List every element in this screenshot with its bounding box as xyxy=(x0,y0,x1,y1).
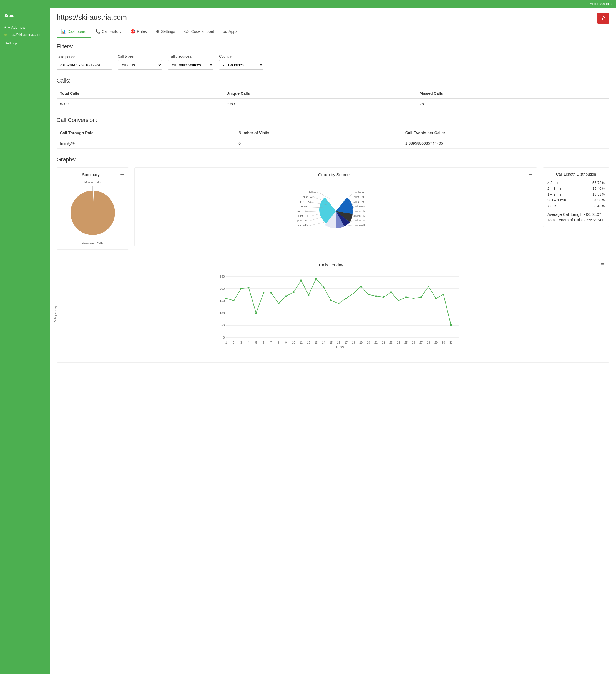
svg-point-48 xyxy=(375,295,377,297)
site-url: https://ski-austria.com xyxy=(57,13,127,22)
apps-icon: ☁ xyxy=(223,29,227,34)
date-period-group: Date period: xyxy=(57,55,112,70)
tab-code-snippet[interactable]: </> Code snippet xyxy=(179,26,218,38)
country-select[interactable]: All Countries Austria Germany xyxy=(219,60,264,70)
rules-icon: 🎯 xyxy=(131,29,135,34)
tab-call-history[interactable]: 📞 Call History xyxy=(91,26,126,38)
svg-text:Days: Days xyxy=(336,345,344,349)
unique-calls-value: 3083 xyxy=(223,99,417,109)
calls-col-unique: Unique Calls xyxy=(223,88,417,99)
group-source-card: Group by Source ☰ xyxy=(134,167,537,246)
lbl-print-ku3: print – Ku xyxy=(354,196,365,198)
svg-text:2: 2 xyxy=(233,341,235,344)
svg-point-28 xyxy=(225,298,227,299)
main-header: https://ski-austria.com 🗑 xyxy=(50,7,616,24)
svg-text:25: 25 xyxy=(405,341,408,344)
svg-text:10: 10 xyxy=(292,341,295,344)
calls-per-day-card: Calls per day ☰ Calls per day xyxy=(57,257,609,362)
svg-point-38 xyxy=(300,279,302,281)
calls-per-day-menu-icon[interactable]: ☰ xyxy=(601,262,605,267)
date-period-input[interactable] xyxy=(57,61,112,70)
calls-per-day-title-row: Calls per day ☰ xyxy=(61,262,605,267)
svg-text:23: 23 xyxy=(390,341,393,344)
svg-point-53 xyxy=(413,298,415,299)
conv-col-visits: Number of Visits xyxy=(235,128,402,138)
filters-title: Filters: xyxy=(57,43,609,50)
svg-text:15: 15 xyxy=(329,341,333,344)
country-group: Country: All Countries Austria Germany xyxy=(219,54,264,70)
svg-point-47 xyxy=(368,294,369,295)
svg-text:5: 5 xyxy=(256,341,257,344)
svg-text:13: 13 xyxy=(315,341,318,344)
tab-settings[interactable]: ⚙ Settings xyxy=(151,26,180,38)
ctr-value: Infinity% xyxy=(57,138,235,149)
group-source-menu-icon[interactable]: ☰ xyxy=(528,172,532,177)
svg-text:1: 1 xyxy=(225,341,227,344)
svg-point-39 xyxy=(308,294,310,296)
filters-row: Date period: Call types: All Calls Answe… xyxy=(57,54,609,70)
active-site-link[interactable]: https://ski-austria.com xyxy=(0,31,50,38)
missed-calls-label: Missed calls xyxy=(85,181,101,184)
sidebar: Sites + + Add new https://ski-austria.co… xyxy=(0,7,50,674)
tab-dashboard[interactable]: 📊 Dashboard xyxy=(57,26,91,38)
graphs-section: Graphs: Summary ☰ Missed calls xyxy=(57,156,609,362)
add-new-button[interactable]: + + Add new xyxy=(0,24,50,31)
lbl-online-n1: online – N xyxy=(354,210,365,213)
svg-point-52 xyxy=(405,297,407,298)
svg-text:100: 100 xyxy=(219,312,224,315)
call-types-group: Call types: All Calls Answered Missed xyxy=(118,54,162,70)
total-call-length: Total Length of Calls - 356:27:41 xyxy=(548,218,605,222)
svg-text:28: 28 xyxy=(427,341,430,344)
svg-point-32 xyxy=(256,312,257,314)
calls-row: 5209 3083 28 xyxy=(57,99,609,109)
conv-col-ctr: Call Through Rate xyxy=(57,128,235,138)
country-label: Country: xyxy=(219,54,264,59)
group-source-chart: Fallback print – AR print – Ku print – K… xyxy=(139,181,532,242)
top-bar: Anton Shubin xyxy=(0,0,616,7)
svg-point-37 xyxy=(293,292,295,293)
call-types-select[interactable]: All Calls Answered Missed xyxy=(118,60,162,70)
svg-text:31: 31 xyxy=(449,341,453,344)
calls-section: Calls: Total Calls Unique Calls Missed C… xyxy=(57,78,609,109)
svg-text:21: 21 xyxy=(374,341,378,344)
lbl-print-kr2: print – Kr xyxy=(354,191,364,194)
delete-button[interactable]: 🗑 xyxy=(597,13,609,24)
svg-line-7 xyxy=(309,222,324,226)
line-chart-path xyxy=(226,278,451,325)
svg-text:26: 26 xyxy=(412,341,415,344)
svg-point-57 xyxy=(443,294,444,295)
svg-text:11: 11 xyxy=(300,341,303,344)
call-length-title-row: Call Length Distribution xyxy=(548,172,605,177)
lbl-print-ha: print – Ha xyxy=(297,219,308,222)
visits-value: 0 xyxy=(235,138,402,149)
tab-apps[interactable]: ☁ Apps xyxy=(218,26,242,38)
call-types-label: Call types: xyxy=(118,54,162,59)
length-row-5: < 30s 5.43% xyxy=(548,203,605,209)
svg-point-50 xyxy=(390,292,392,293)
svg-text:19: 19 xyxy=(359,341,363,344)
tab-rules[interactable]: 🎯 Rules xyxy=(126,26,151,38)
call-length-card: Call Length Distribution > 3 min 56.78% … xyxy=(543,167,609,227)
svg-point-40 xyxy=(315,278,317,279)
avg-call-length: Average Call Length - 00:04:07 xyxy=(548,212,605,217)
summary-menu-icon[interactable]: ☰ xyxy=(120,172,124,177)
calls-title: Calls: xyxy=(57,78,609,84)
svg-text:27: 27 xyxy=(420,341,423,344)
settings-link[interactable]: Settings xyxy=(0,39,50,47)
conversion-section: Call Conversion: Call Through Rate Numbe… xyxy=(57,117,609,149)
svg-point-30 xyxy=(241,288,242,290)
svg-point-44 xyxy=(345,298,347,299)
svg-point-34 xyxy=(270,292,272,294)
traffic-sources-select[interactable]: All Traffic Sources Online Print xyxy=(168,60,213,70)
length-row-4: 30s – 1 min 4.50% xyxy=(548,197,605,203)
call-length-rows: > 3 min 56.78% 2 – 3 min 15.40% 1 – 2 mi… xyxy=(548,180,605,209)
missed-calls-value: 28 xyxy=(416,99,609,109)
svg-point-45 xyxy=(353,293,354,294)
svg-point-31 xyxy=(248,287,250,289)
events-value: 1.6895880635744405 xyxy=(402,138,609,149)
conversion-table: Call Through Rate Number of Visits Call … xyxy=(57,128,609,149)
svg-line-6 xyxy=(309,217,321,221)
svg-point-36 xyxy=(285,295,287,297)
conv-col-events: Call Events per Caller xyxy=(402,128,609,138)
lbl-online-f: online – F xyxy=(354,224,365,227)
